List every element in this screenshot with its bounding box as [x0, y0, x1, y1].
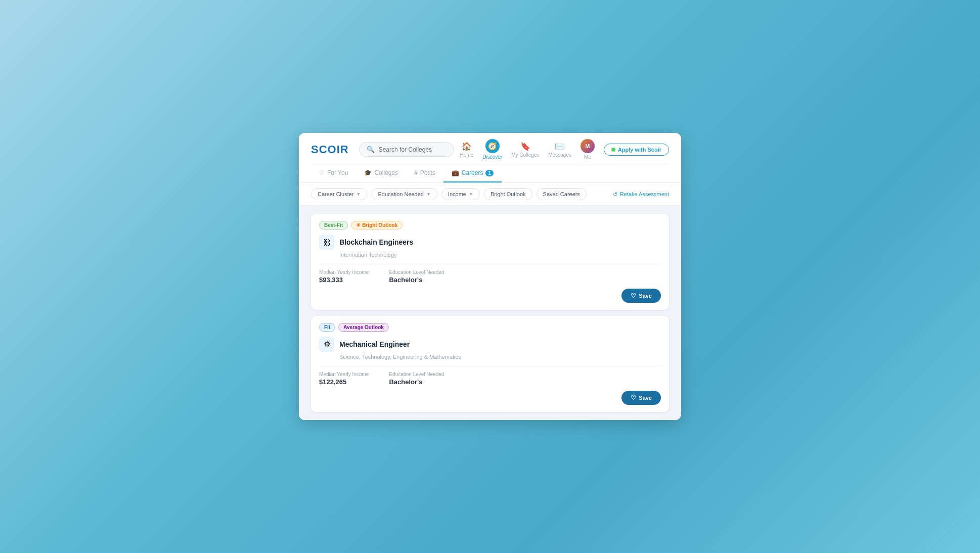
nav-my-colleges-label: My Colleges — [511, 152, 539, 158]
card-1-subtitle: Information Technology — [339, 252, 661, 258]
search-input[interactable] — [379, 146, 447, 153]
tab-bar: ♡ For You 🎓 Colleges # Posts 💼 Careers 1 — [311, 164, 669, 182]
chevron-down-icon-3: ▼ — [469, 192, 473, 197]
card-1-income-value: $93,333 — [319, 276, 369, 284]
card-1-education-value: Bachelor's — [389, 276, 444, 284]
card-1-income-label: Median Yearly Income — [319, 269, 369, 275]
posts-tab-icon: # — [414, 169, 418, 176]
card-2-income-stat: Median Yearly Income $122,265 — [319, 372, 369, 386]
card-1-divider — [319, 264, 661, 264]
card-2-education-value: Bachelor's — [389, 378, 444, 386]
bookmark-icon: 🔖 — [520, 142, 530, 151]
card-2-income-value: $122,265 — [319, 378, 369, 386]
card-2-income-label: Median Yearly Income — [319, 372, 369, 377]
card-2-title[interactable]: Mechanical Engineer — [339, 340, 410, 348]
tab-colleges[interactable]: 🎓 Colleges — [356, 164, 406, 182]
fit-badge: Fit — [319, 323, 335, 332]
card-1-footer: ♡ Save — [319, 289, 661, 303]
career-cluster-label: Career Cluster — [318, 191, 354, 197]
income-filter[interactable]: Income ▼ — [441, 188, 480, 200]
card-1-education-label: Education Level Needed — [389, 269, 444, 275]
best-fit-badge: Best-Fit — [319, 221, 348, 229]
education-needed-filter[interactable]: Education Needed ▼ — [371, 188, 437, 200]
education-needed-label: Education Needed — [378, 191, 424, 197]
bright-outlook-filter[interactable]: Bright Outlook — [484, 188, 532, 200]
card-2-divider — [319, 366, 661, 366]
blockchain-icon: ⛓ — [319, 235, 334, 250]
card-2-title-row: ⚙ Mechanical Engineer — [319, 337, 661, 352]
card-1-education-stat: Education Level Needed Bachelor's — [389, 269, 444, 284]
card-1-badges: Best-Fit ☀ Bright Outlook — [319, 221, 661, 229]
card-2-badges: Fit Average Outlook — [319, 323, 661, 332]
nav-me-label: Me — [584, 154, 591, 160]
messages-icon: ✉️ — [555, 142, 565, 151]
bright-outlook-label: Bright Outlook — [491, 191, 526, 197]
card-1-income-stat: Median Yearly Income $93,333 — [319, 269, 369, 284]
filter-bar: Career Cluster ▼ Education Needed ▼ Inco… — [299, 183, 681, 206]
card-2-stats: Median Yearly Income $122,265 Education … — [319, 372, 661, 386]
home-icon: 🏠 — [462, 142, 472, 151]
apply-with-scoir-button[interactable]: Apply with Scoir — [604, 144, 669, 156]
nav-messages-label: Messages — [548, 152, 571, 158]
chevron-down-icon-2: ▼ — [426, 192, 431, 197]
search-icon: 🔍 — [367, 146, 375, 153]
card-2-education-stat: Education Level Needed Bachelor's — [389, 372, 444, 386]
nav-home-label: Home — [460, 152, 474, 158]
nav-item-messages[interactable]: ✉️ Messages — [548, 142, 571, 158]
save-heart-icon-2: ♡ — [631, 394, 636, 401]
nav-item-discover[interactable]: 🧭 Discover — [482, 139, 502, 160]
career-card-2: Fit Average Outlook ⚙ Mechanical Enginee… — [311, 316, 669, 412]
logo: SCOIR — [311, 143, 349, 156]
discover-icon: 🧭 — [488, 142, 497, 150]
tab-posts-label: Posts — [420, 169, 435, 176]
app-window: SCOIR 🔍 🏠 Home 🧭 Discover 🔖 M — [299, 133, 681, 420]
avatar: M — [581, 139, 595, 153]
save-career-1-button[interactable]: ♡ Save — [621, 289, 661, 303]
header: SCOIR 🔍 🏠 Home 🧭 Discover 🔖 M — [299, 133, 681, 183]
nav-item-home[interactable]: 🏠 Home — [460, 142, 474, 158]
bright-outlook-badge-label: Bright Outlook — [362, 222, 397, 228]
retake-label: Retake Assessment — [620, 191, 669, 197]
card-2-education-label: Education Level Needed — [389, 372, 444, 377]
tab-for-you-label: For You — [327, 169, 348, 176]
tab-for-you[interactable]: ♡ For You — [311, 164, 356, 182]
tab-careers-label: Careers — [462, 169, 483, 176]
retake-icon: ↺ — [613, 191, 617, 198]
apply-dot — [611, 148, 615, 152]
card-1-stats: Median Yearly Income $93,333 Education L… — [319, 269, 661, 284]
tab-careers[interactable]: 💼 Careers 1 — [443, 164, 502, 182]
card-1-title-row: ⛓ Blockchain Engineers — [319, 235, 661, 250]
tab-posts[interactable]: # Posts — [406, 164, 443, 182]
career-cluster-filter[interactable]: Career Cluster ▼ — [311, 188, 367, 200]
career-card-1: Best-Fit ☀ Bright Outlook ⛓ Blockchain E… — [311, 214, 669, 310]
save-career-2-button[interactable]: ♡ Save — [621, 391, 661, 405]
save-heart-icon-1: ♡ — [631, 292, 636, 299]
nav-items: 🏠 Home 🧭 Discover 🔖 My Colleges ✉️ Messa… — [460, 139, 669, 160]
retake-assessment-button[interactable]: ↺ Retake Assessment — [613, 191, 669, 198]
careers-tab-badge: 1 — [485, 170, 494, 176]
average-outlook-badge: Average Outlook — [338, 323, 389, 332]
nav-item-me[interactable]: M Me — [581, 139, 595, 160]
colleges-tab-icon: 🎓 — [364, 169, 372, 176]
save-btn-1-label: Save — [639, 293, 652, 299]
discover-circle: 🧭 — [485, 139, 500, 153]
careers-tab-icon: 💼 — [452, 169, 459, 176]
header-top: SCOIR 🔍 🏠 Home 🧭 Discover 🔖 M — [311, 133, 669, 164]
nav-item-my-colleges[interactable]: 🔖 My Colleges — [511, 142, 539, 158]
nav-discover-label: Discover — [482, 154, 502, 160]
card-2-footer: ♡ Save — [319, 391, 661, 405]
heart-tab-icon: ♡ — [319, 169, 325, 176]
bright-outlook-badge: ☀ Bright Outlook — [351, 221, 403, 229]
tab-colleges-label: Colleges — [374, 169, 398, 176]
apply-btn-label: Apply with Scoir — [618, 147, 661, 153]
income-label: Income — [448, 191, 466, 197]
card-2-subtitle: Science, Technology, Engineering & Mathe… — [339, 354, 661, 360]
careers-content: Best-Fit ☀ Bright Outlook ⛓ Blockchain E… — [299, 206, 681, 420]
saved-careers-filter[interactable]: Saved Careers — [537, 188, 587, 200]
mechanical-icon: ⚙ — [319, 337, 334, 352]
save-btn-2-label: Save — [639, 395, 652, 401]
sun-icon: ☀ — [356, 222, 361, 228]
search-bar[interactable]: 🔍 — [359, 142, 454, 157]
saved-careers-label: Saved Careers — [543, 191, 580, 197]
card-1-title[interactable]: Blockchain Engineers — [339, 238, 413, 246]
